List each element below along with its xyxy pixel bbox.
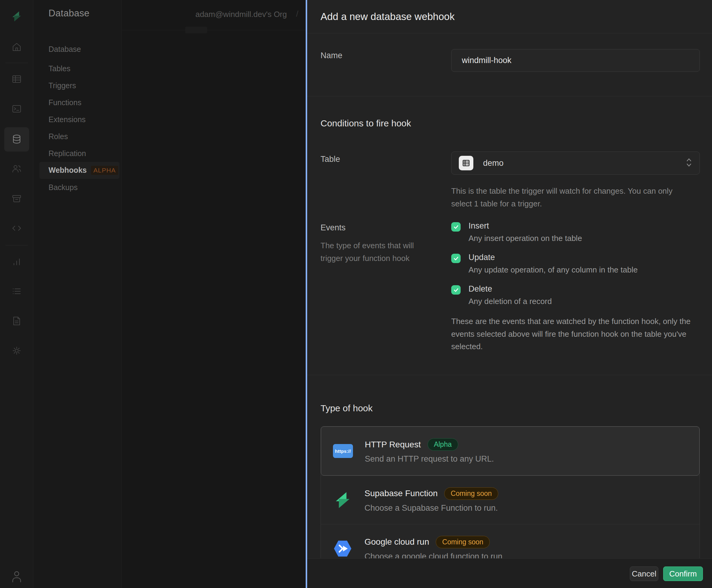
chevron-updown-icon (686, 157, 692, 169)
insert-desc: Any insert operation on the table (468, 234, 694, 243)
sidebar-item-roles[interactable]: Roles (48, 132, 68, 141)
sidebar-item-webhooks[interactable]: WebhooksALPHA (48, 166, 118, 175)
hook-option-http-request[interactable]: https:// HTTP Request Alpha Send an HTTP… (321, 426, 699, 476)
event-option-delete: Delete Any deletion of a record (451, 284, 694, 306)
google-cloud-run-icon (332, 540, 353, 558)
events-label: Events (321, 223, 346, 232)
sql-terminal-icon[interactable] (11, 103, 22, 114)
sidebar-item-functions[interactable]: Functions (48, 98, 81, 107)
database-sidebar: Database Database Tables Triggers Functi… (33, 0, 122, 588)
table-icon (459, 156, 473, 170)
sidebar-title: Database (48, 8, 89, 19)
cancel-button[interactable]: Cancel (630, 566, 658, 581)
loading-placeholder (185, 27, 207, 33)
insert-checkbox[interactable] (451, 222, 461, 232)
event-option-insert: Insert Any insert operation on the table (451, 221, 694, 243)
type-of-hook-heading: Type of hook (321, 403, 373, 414)
hook-option-supabase-function[interactable]: Supabase Function Coming soon Choose a S… (321, 476, 699, 524)
supabase-logo[interactable] (11, 10, 22, 22)
hook-option-desc: Send an HTTP request to any URL. (365, 454, 494, 464)
panel-header: Add a new database webhook (307, 0, 712, 33)
settings-icon[interactable] (11, 345, 22, 356)
sidebar-item-database[interactable]: Database (48, 45, 81, 54)
events-help-text: The type of events that will trigger you… (321, 239, 427, 265)
sidebar-item-tables[interactable]: Tables (48, 64, 70, 73)
rail-divider (5, 63, 28, 63)
table-editor-icon[interactable] (11, 74, 22, 85)
home-icon[interactable] (11, 41, 22, 53)
dimmed-content-area: adam@windmill.dev's Org / (122, 0, 306, 588)
hook-type-list: https:// HTTP Request Alpha Send an HTTP… (321, 426, 700, 558)
auth-users-icon[interactable] (11, 163, 22, 174)
delete-title: Delete (468, 284, 694, 294)
update-title: Update (468, 253, 694, 262)
insert-title: Insert (468, 221, 694, 231)
table-select-value: demo (483, 159, 686, 168)
code-icon[interactable] (11, 223, 22, 234)
alpha-status-badge: Alpha (428, 438, 458, 451)
table-select[interactable]: demo (451, 151, 700, 174)
conditions-section: Conditions to fire hook Table demo This … (307, 97, 712, 375)
sidebar-item-triggers[interactable]: Triggers (48, 81, 76, 90)
name-input[interactable] (451, 49, 700, 72)
delete-desc: Any deletion of a record (468, 297, 694, 306)
database-icon[interactable] (11, 133, 22, 145)
hook-option-desc: Choose a Supabase Function to run. (365, 503, 498, 513)
webhook-side-panel: Add a new database webhook Name Conditio… (306, 0, 712, 588)
logs-icon[interactable] (11, 286, 22, 297)
https-icon: https:// (332, 444, 354, 458)
hook-option-title: Supabase Function (365, 488, 438, 498)
name-section: Name (307, 33, 712, 97)
supabase-function-icon (332, 491, 353, 509)
sidebar-item-extensions[interactable]: Extensions (48, 115, 85, 124)
rail-divider (5, 245, 28, 246)
update-desc: Any update operation, of any column in t… (468, 265, 694, 275)
hook-option-title: HTTP Request (365, 440, 421, 449)
docs-icon[interactable] (11, 315, 22, 327)
alpha-badge: ALPHA (91, 166, 118, 175)
breadcrumb-separator: / (296, 9, 298, 19)
events-footnote: These are the events that are watched by… (451, 315, 700, 353)
name-label: Name (321, 51, 342, 60)
delete-checkbox[interactable] (451, 285, 461, 295)
coming-soon-badge: Coming soon (444, 487, 498, 500)
table-help-text: This is the table the trigger will watch… (451, 185, 694, 210)
account-icon[interactable] (11, 570, 23, 583)
event-option-update: Update Any update operation, of any colu… (451, 253, 694, 275)
breadcrumb-org[interactable]: adam@windmill.dev's Org (195, 10, 287, 19)
icon-rail (0, 0, 33, 588)
breadcrumb-bar: adam@windmill.dev's Org / (122, 0, 306, 30)
confirm-button[interactable]: Confirm (663, 566, 703, 581)
hook-option-title: Google cloud run (365, 537, 429, 547)
storage-icon[interactable] (11, 193, 22, 204)
type-of-hook-section: Type of hook https:// HTTP Request Alpha… (307, 375, 712, 558)
panel-footer: Cancel Confirm (307, 558, 712, 588)
reports-icon[interactable] (11, 256, 22, 267)
table-label: Table (321, 154, 340, 164)
sidebar-item-replication[interactable]: Replication (48, 149, 86, 158)
hook-option-google-cloud-run[interactable]: Google cloud run Coming soon Choose a go… (321, 524, 699, 558)
hook-option-desc: Choose a google cloud function to run (365, 552, 503, 559)
sidebar-item-backups[interactable]: Backups (48, 183, 78, 192)
panel-title: Add a new database webhook (321, 11, 454, 22)
update-checkbox[interactable] (451, 254, 461, 263)
conditions-heading: Conditions to fire hook (321, 118, 411, 128)
coming-soon-badge: Coming soon (436, 536, 490, 548)
